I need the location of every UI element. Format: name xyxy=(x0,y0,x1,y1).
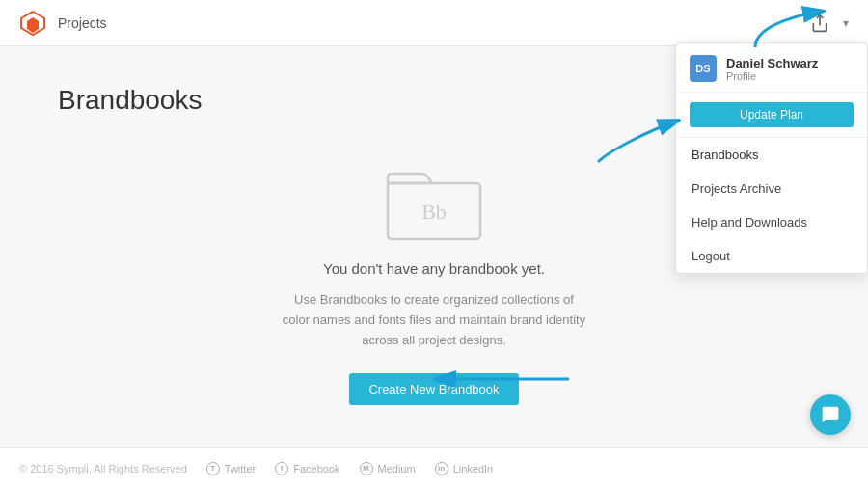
facebook-icon: f xyxy=(275,462,288,475)
footer-copyright: © 2016 Sympli, All Rights Reserved xyxy=(19,463,187,475)
dropdown-header: DS Daniel Schwarz Profile xyxy=(676,43,867,93)
empty-state-title: You don't have any brandbook yet. xyxy=(323,260,545,277)
footer: © 2016 Sympli, All Rights Reserved T Twi… xyxy=(0,447,868,489)
medium-icon: M xyxy=(360,462,373,475)
chat-support-button[interactable] xyxy=(810,394,851,435)
header-actions: ▾ xyxy=(804,8,849,39)
svg-marker-1 xyxy=(27,17,39,33)
footer-link-facebook[interactable]: f Facebook xyxy=(275,462,339,475)
folder-icon: Bb xyxy=(386,164,482,241)
avatar: DS xyxy=(690,55,717,82)
menu-item-brandbooks[interactable]: Brandbooks xyxy=(676,138,867,172)
empty-state-description: Use Brandbooks to create organized colle… xyxy=(280,290,588,350)
linkedin-icon: in xyxy=(435,462,448,475)
menu-item-projects-archive[interactable]: Projects Archive xyxy=(676,172,867,205)
user-menu-chevron[interactable]: ▾ xyxy=(843,16,849,30)
profile-link[interactable]: Profile xyxy=(726,70,854,82)
menu-item-logout[interactable]: Logout xyxy=(676,239,867,273)
annotation-arrow-2 xyxy=(590,112,687,170)
header: Projects ▾ DS Daniel Schwarz Profile Upd… xyxy=(0,0,868,46)
share-icon-button[interactable] xyxy=(804,8,835,39)
update-plan-button[interactable]: Update Plan xyxy=(690,102,854,127)
svg-text:Bb: Bb xyxy=(421,200,447,224)
footer-link-linkedin[interactable]: in LinkedIn xyxy=(435,462,494,475)
annotation-arrow-3 xyxy=(424,355,579,403)
user-info: Daniel Schwarz Profile xyxy=(726,56,854,82)
twitter-icon: T xyxy=(206,462,220,475)
logo-icon xyxy=(19,10,46,37)
user-dropdown-menu: DS Daniel Schwarz Profile Update Plan Br… xyxy=(675,42,868,274)
username: Daniel Schwarz xyxy=(726,56,854,70)
menu-item-help-downloads[interactable]: Help and Downloads xyxy=(676,205,867,239)
footer-link-twitter[interactable]: T Twitter xyxy=(206,462,256,475)
header-title: Projects xyxy=(58,15,804,31)
footer-link-medium[interactable]: M Medium xyxy=(360,462,416,475)
